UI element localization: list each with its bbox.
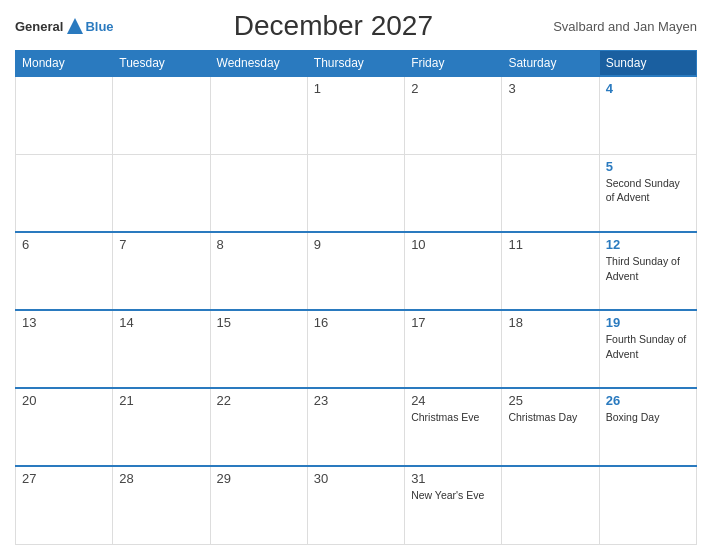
list-item: 26 Boxing Day xyxy=(599,388,696,466)
list-item xyxy=(210,76,307,154)
list-item: 27 xyxy=(16,466,113,544)
list-item xyxy=(307,154,404,232)
list-item: 23 xyxy=(307,388,404,466)
list-item: 6 xyxy=(16,232,113,310)
calendar-header: General Blue December 2027 Svalbard and … xyxy=(15,10,697,42)
calendar-header-row: Monday Tuesday Wednesday Thursday Friday… xyxy=(16,51,697,77)
list-item xyxy=(16,154,113,232)
col-monday: Monday xyxy=(16,51,113,77)
col-wednesday: Wednesday xyxy=(210,51,307,77)
col-sunday: Sunday xyxy=(599,51,696,77)
list-item: 2 xyxy=(405,76,502,154)
logo-general-text: General xyxy=(15,19,63,34)
list-item: 17 xyxy=(405,310,502,388)
list-item: 9 xyxy=(307,232,404,310)
list-item xyxy=(113,154,210,232)
list-item: 21 xyxy=(113,388,210,466)
list-item: 19 Fourth Sunday of Advent xyxy=(599,310,696,388)
list-item: 8 xyxy=(210,232,307,310)
table-row: 5 Second Sunday of Advent xyxy=(16,154,697,232)
list-item: 4 xyxy=(599,76,696,154)
list-item: 16 xyxy=(307,310,404,388)
list-item: 7 xyxy=(113,232,210,310)
col-saturday: Saturday xyxy=(502,51,599,77)
logo-icon xyxy=(65,16,85,36)
list-item: 10 xyxy=(405,232,502,310)
table-row: 1 2 3 4 xyxy=(16,76,697,154)
list-item: 24 Christmas Eve xyxy=(405,388,502,466)
list-item: 18 xyxy=(502,310,599,388)
list-item: 5 Second Sunday of Advent xyxy=(599,154,696,232)
month-title: December 2027 xyxy=(114,10,554,42)
region-text: Svalbard and Jan Mayen xyxy=(553,19,697,34)
logo: General Blue xyxy=(15,16,114,36)
list-item: 15 xyxy=(210,310,307,388)
table-row: 20 21 22 23 24 Christmas Eve 25 Christma… xyxy=(16,388,697,466)
list-item: 29 xyxy=(210,466,307,544)
list-item xyxy=(113,76,210,154)
col-tuesday: Tuesday xyxy=(113,51,210,77)
calendar-page: General Blue December 2027 Svalbard and … xyxy=(0,0,712,550)
table-row: 13 14 15 16 17 18 19 Fourth Sunday of Ad… xyxy=(16,310,697,388)
list-item xyxy=(502,466,599,544)
table-row: 6 7 8 9 10 11 12 Third Sunday of Advent xyxy=(16,232,697,310)
list-item: 22 xyxy=(210,388,307,466)
list-item xyxy=(599,466,696,544)
col-thursday: Thursday xyxy=(307,51,404,77)
calendar-table: Monday Tuesday Wednesday Thursday Friday… xyxy=(15,50,697,545)
list-item xyxy=(405,154,502,232)
list-item xyxy=(210,154,307,232)
list-item: 14 xyxy=(113,310,210,388)
list-item: 13 xyxy=(16,310,113,388)
list-item: 28 xyxy=(113,466,210,544)
list-item: 1 xyxy=(307,76,404,154)
list-item: 30 xyxy=(307,466,404,544)
list-item: 25 Christmas Day xyxy=(502,388,599,466)
list-item: 12 Third Sunday of Advent xyxy=(599,232,696,310)
list-item: 11 xyxy=(502,232,599,310)
list-item xyxy=(502,154,599,232)
logo-blue-text: Blue xyxy=(85,19,113,34)
col-friday: Friday xyxy=(405,51,502,77)
svg-marker-0 xyxy=(67,18,83,34)
list-item: 20 xyxy=(16,388,113,466)
list-item xyxy=(16,76,113,154)
table-row: 27 28 29 30 31 New Year's Eve xyxy=(16,466,697,544)
list-item: 31 New Year's Eve xyxy=(405,466,502,544)
list-item: 3 xyxy=(502,76,599,154)
